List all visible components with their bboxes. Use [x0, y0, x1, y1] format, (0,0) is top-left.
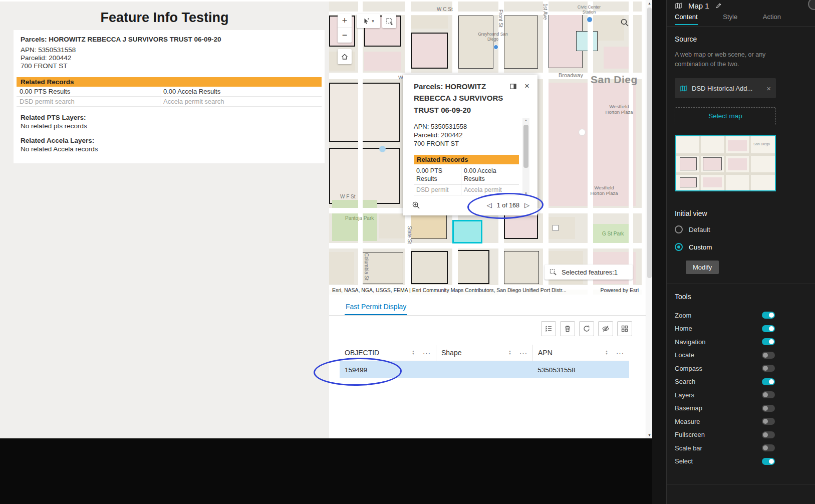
map-street-first-ave [543, 2, 549, 295]
home-button[interactable] [338, 49, 352, 64]
column-header-shape[interactable]: Shape ▲▼ ··· [436, 345, 533, 361]
dock-button[interactable] [508, 82, 517, 91]
rectangle-select-button[interactable] [382, 14, 396, 28]
dsd-permit-search-link[interactable]: DSD permit search [17, 97, 160, 107]
main-scrollbar[interactable]: ▲ ▼ [646, 0, 652, 438]
toggle-zoom[interactable] [762, 312, 775, 319]
poi-label: Greyhound San Diego [477, 32, 508, 42]
map-block [576, 31, 598, 51]
map-search-button[interactable] [618, 16, 632, 30]
toggle-home[interactable] [762, 325, 775, 332]
map-widget[interactable]: W C St Front St 1st Ave Civic Center Sta… [329, 2, 642, 295]
map-fountain [579, 129, 586, 136]
parcel-header: Parcels: HOROWITZ REBECCA J SURVIVORS TR… [21, 36, 318, 43]
radio-circle-selected[interactable] [675, 243, 683, 251]
map-block [504, 16, 538, 69]
street-label: Columbia St [364, 253, 369, 280]
plus-icon: + [342, 16, 348, 26]
zoom-in-button[interactable]: + [338, 14, 352, 28]
radio-circle[interactable] [675, 225, 683, 233]
app-window: Feature Info Testing Parcels: HOROWITZ R… [0, 0, 815, 504]
bottom-filler [0, 438, 652, 504]
remove-map-icon[interactable]: × [766, 84, 771, 93]
selected-parcel-highlight[interactable] [452, 220, 482, 243]
popup-scrollbar-thumb[interactable] [523, 125, 528, 168]
related-records-grid: 0.00 PTS Results 0.00 Accela Results DSD… [17, 87, 322, 107]
column-menu-icon[interactable]: ··· [423, 349, 431, 357]
sort-icon[interactable]: ▲▼ [412, 350, 415, 355]
tab-style[interactable]: Style [723, 13, 737, 25]
zoom-out-button[interactable]: − [338, 28, 352, 42]
toggle-columns-button[interactable] [598, 321, 613, 336]
close-icon: × [524, 81, 529, 91]
popup-dsd-permit-link[interactable]: DSD permit [414, 185, 461, 195]
radio-custom[interactable]: Custom [675, 243, 712, 251]
toggle-measure[interactable] [762, 418, 775, 425]
sort-icon[interactable]: ▲▼ [508, 350, 511, 355]
toggle-locate[interactable] [762, 352, 775, 359]
tool-label: Navigation [675, 338, 705, 346]
related-accela-layers-label: Related Accela Layers: [21, 137, 318, 144]
popup-scrollbar[interactable]: ▲ ▼ [522, 118, 529, 196]
home-icon [341, 53, 349, 61]
street-label: 1st Ave [542, 4, 548, 20]
show-selection-button[interactable] [541, 321, 556, 336]
toggle-fullscreen[interactable] [762, 431, 775, 438]
modify-button[interactable]: Modify [686, 261, 719, 274]
poi-label: Westfield Horton Plaza [589, 185, 620, 196]
selected-map-chip[interactable]: DSD Historical Add... × [675, 78, 776, 98]
column-header-apn[interactable]: APN ▲▼ ··· [533, 345, 629, 361]
column-label: APN [538, 349, 553, 357]
zoom-control: + − [338, 14, 352, 43]
toggle-compass[interactable] [762, 365, 775, 372]
map-block [452, 250, 489, 284]
source-description: A web map or web scene, or any combinati… [675, 50, 777, 70]
apn-line: APN: 5350531558 [21, 46, 318, 54]
tool-row-compass: Compass [667, 362, 815, 375]
actions-grid-button[interactable] [617, 321, 632, 336]
toggle-scalebar[interactable] [762, 444, 775, 451]
zoom-to-feature-button[interactable] [412, 201, 420, 209]
toggle-search[interactable] [762, 378, 775, 385]
select-tool-button[interactable]: ▾ [357, 14, 380, 28]
tab-action[interactable]: Action [763, 13, 781, 25]
tool-row-search: Search [667, 375, 815, 389]
select-map-button[interactable]: Select map [675, 107, 776, 125]
sort-icon[interactable]: ▲▼ [605, 350, 608, 355]
map-thumbnail[interactable]: San Diego [675, 135, 776, 191]
tab-content[interactable]: Content [675, 13, 698, 25]
toggle-navigation[interactable] [762, 338, 775, 345]
map-greyhound-icon [493, 45, 498, 50]
divider [667, 284, 815, 284]
radio-default[interactable]: Default [675, 225, 710, 233]
rectangle-select-icon [386, 18, 393, 25]
toggle-basemap[interactable] [762, 405, 775, 412]
column-label: OBJECTID [345, 349, 379, 357]
column-menu-icon[interactable]: ··· [519, 349, 527, 357]
park-label: G St Park [602, 231, 624, 236]
popup-close-button[interactable]: × [522, 82, 531, 91]
toggle-layers[interactable] [762, 391, 775, 398]
map-street [629, 2, 633, 295]
map-block [329, 83, 400, 142]
rename-pencil-icon[interactable] [715, 3, 722, 9]
map-street-columbia [358, 2, 363, 295]
poi-label: Civic Center Station [574, 5, 605, 15]
cursor-icon [363, 18, 370, 25]
street-label: Broadway [559, 72, 583, 78]
scrollbar-thumb[interactable] [647, 8, 652, 278]
tab-fast-permit-display[interactable]: Fast Permit Display [345, 301, 407, 315]
toggle-select[interactable] [762, 458, 775, 465]
column-menu-icon[interactable]: ··· [616, 349, 624, 357]
accela-permit-search-link[interactable]: Accela permit search [160, 97, 322, 107]
thumb-street [749, 136, 751, 190]
refresh-button[interactable] [579, 321, 594, 336]
delete-button[interactable] [560, 321, 575, 336]
popup-title: Parcels: HOROWITZ REBECCA J SURVIVORS TR… [414, 81, 506, 116]
table-header-row: OBJECTID ▲▼ ··· Shape ▲▼ ··· APN ▲▼ ··· [340, 345, 629, 361]
scroll-up-icon[interactable]: ▲ [522, 119, 529, 122]
selected-features-badge[interactable]: Selected features:1 [545, 265, 633, 280]
tool-label: Measure [675, 418, 700, 425]
tool-label: Fullscreen [675, 431, 705, 438]
map-block [504, 251, 539, 284]
